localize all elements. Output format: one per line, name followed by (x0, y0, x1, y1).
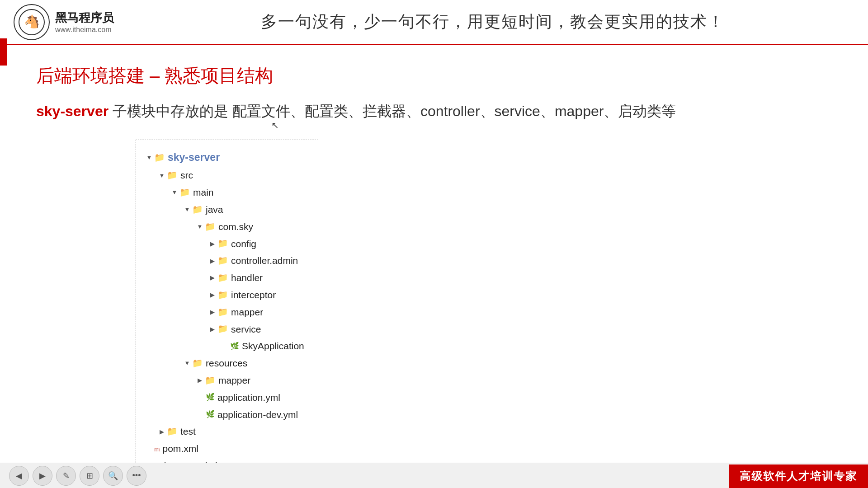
header-slogan: 多一句没有，少一句不行，用更短时间，教会更实用的技术！ (131, 11, 854, 33)
folder-icon: 📁 (217, 270, 228, 286)
grid-button[interactable]: ⊞ (80, 466, 99, 486)
file-tree: ▼ 📁 sky-server ▼ 📁 src ▼ 📁 main ▼ 📁 java… (136, 140, 318, 483)
node-label: pom.xml (163, 440, 198, 457)
folder-icon: 📁 (217, 321, 228, 337)
red-bar-accent (0, 38, 7, 66)
more-button[interactable]: ••• (127, 466, 146, 486)
header: 🐴 黑马程序员 www.itheima.com 多一句没有，少一句不行，用更短时… (0, 0, 868, 45)
tree-node-mapper-java[interactable]: ▶ 📁 mapper (145, 304, 304, 321)
brand-url: www.itheima.com (55, 26, 114, 34)
node-label: src (180, 167, 193, 184)
tree-node-src[interactable]: ▼ 📁 src (145, 167, 304, 184)
tree-node-test[interactable]: ▶ 📁 test (145, 423, 304, 440)
node-label: config (231, 235, 256, 253)
folder-icon: 📁 (217, 305, 228, 320)
folder-icon: 📁 (192, 356, 203, 371)
folder-icon: 📁 (154, 150, 165, 165)
tree-node-resources[interactable]: ▼ 📁 resources (145, 355, 304, 372)
node-label: mapper (231, 304, 263, 321)
brand-name: 黑马程序员 (55, 10, 114, 26)
tree-node-java[interactable]: ▼ 📁 java (145, 201, 304, 218)
logo-text: 黑马程序员 www.itheima.com (55, 10, 114, 34)
node-label: main (193, 184, 214, 201)
node-label: application.yml (217, 389, 280, 406)
node-label: SkyApplication (242, 338, 304, 355)
tree-node-com-sky[interactable]: ▼ 📁 com.sky (145, 218, 304, 235)
main-content: 后端环境搭建 – 熟悉项目结构 sky-server 子模块中存放的是 配置文件… (0, 45, 868, 488)
expand-icon[interactable]: ▼ (158, 170, 166, 181)
prev-button[interactable]: ◀ (9, 466, 29, 486)
next-button[interactable]: ▶ (33, 466, 52, 486)
expand-icon[interactable]: ▶ (208, 290, 217, 300)
tree-node-handler[interactable]: ▶ 📁 handler (145, 269, 304, 286)
node-label: sky-server (168, 148, 220, 167)
logo-icon: 🐴 (14, 4, 50, 40)
expand-icon[interactable]: ▼ (183, 204, 191, 215)
node-label: controller.admin (231, 252, 298, 269)
node-label: handler (231, 269, 263, 286)
node-label: test (180, 423, 196, 440)
folder-icon: 📁 (217, 236, 228, 251)
search-button[interactable]: 🔍 (103, 466, 123, 486)
logo-area: 🐴 黑马程序员 www.itheima.com (14, 4, 131, 40)
node-label: resources (206, 355, 247, 372)
folder-icon: 📁 (192, 202, 203, 217)
folder-icon: 📁 (167, 424, 178, 439)
tree-node-controller-admin[interactable]: ▶ 📁 controller.admin (145, 252, 304, 269)
tree-node-config[interactable]: ▶ 📁 config (145, 235, 304, 253)
folder-icon: 📁 (205, 219, 216, 235)
node-label: java (206, 201, 223, 218)
expand-icon[interactable]: ▶ (196, 375, 204, 385)
node-label: com.sky (218, 218, 253, 235)
spring-yml-icon: 🌿 (206, 391, 215, 404)
expand-icon[interactable]: ▼ (145, 152, 153, 163)
page-title: 后端环境搭建 – 熟悉项目结构 (36, 63, 832, 88)
tree-node-application-dev-yml[interactable]: 🌿 application-dev.yml (145, 406, 304, 423)
node-label: service (231, 321, 261, 338)
maven-icon: m (154, 443, 160, 455)
tree-node-service[interactable]: ▶ 📁 service (145, 321, 304, 338)
subtitle-line: sky-server 子模块中存放的是 配置文件、配置类、拦截器、control… (36, 102, 832, 122)
spring-yml-dev-icon: 🌿 (206, 408, 215, 421)
folder-icon: 📁 (217, 253, 228, 268)
expand-icon[interactable]: ▶ (208, 324, 217, 334)
subtitle-rest: 子模块中存放的是 配置文件、配置类、拦截器、controller、service… (108, 103, 676, 119)
expand-icon[interactable]: ▶ (208, 239, 217, 249)
expand-icon[interactable]: ▼ (183, 358, 191, 368)
tree-node-sky-server[interactable]: ▼ 📁 sky-server (145, 148, 304, 167)
node-label: mapper (218, 372, 250, 389)
edit-button[interactable]: ✎ (56, 466, 76, 486)
expand-icon[interactable]: ▼ (196, 221, 204, 232)
tree-node-pom-xml[interactable]: m pom.xml (145, 440, 304, 457)
tree-node-application-yml[interactable]: 🌿 application.yml (145, 389, 304, 406)
tree-node-main[interactable]: ▼ 📁 main (145, 184, 304, 201)
expand-icon[interactable]: ▶ (208, 256, 217, 266)
expand-icon[interactable]: ▼ (170, 187, 179, 197)
spring-boot-icon: 🌿 (230, 340, 239, 353)
node-label: application-dev.yml (217, 406, 298, 423)
tree-node-sky-application[interactable]: 🌿 SkyApplication (145, 338, 304, 355)
node-label: interceptor (231, 286, 276, 304)
expand-icon[interactable]: ▶ (208, 272, 217, 283)
tree-node-interceptor[interactable]: ▶ 📁 interceptor (145, 286, 304, 304)
expand-icon[interactable]: ▶ (158, 427, 166, 437)
folder-icon: 📁 (179, 185, 190, 200)
bottom-badge: 高级软件人才培训专家 (729, 465, 868, 488)
subtitle-highlight: sky-server (36, 103, 108, 119)
expand-icon[interactable]: ▶ (208, 307, 217, 317)
tree-node-mapper-res[interactable]: ▶ 📁 mapper (145, 372, 304, 389)
folder-icon: 📁 (167, 168, 178, 183)
folder-icon: 📁 (205, 373, 216, 388)
svg-text:🐴: 🐴 (24, 14, 40, 29)
folder-icon: 📁 (217, 287, 228, 303)
